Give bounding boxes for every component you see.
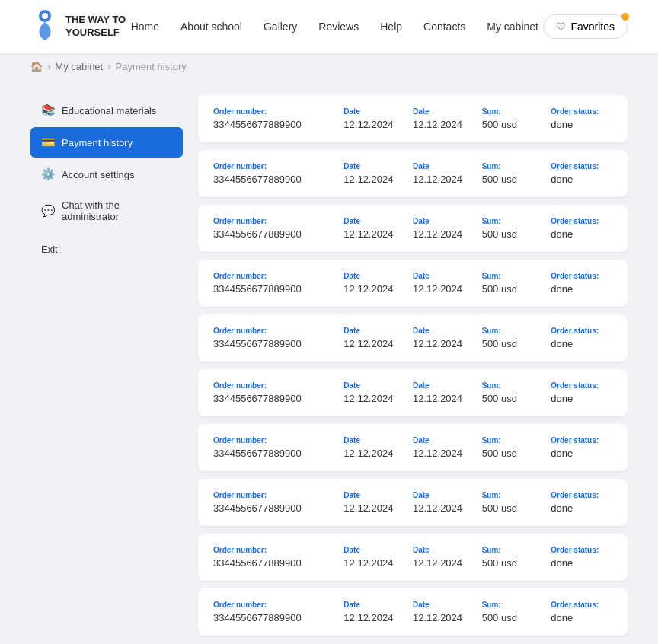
order-number-label: Order number:	[213, 436, 336, 445]
order-number: 3344556677889900	[213, 393, 336, 404]
date2-label: Date	[413, 601, 474, 609]
exit-link[interactable]: Exit	[30, 235, 183, 263]
date2: 12.12.2024	[413, 557, 474, 569]
date2: 12.12.2024	[413, 174, 474, 185]
payment-row: Order number: Date Date Sum: Order statu…	[198, 314, 628, 362]
order-status: done	[551, 228, 612, 240]
order-number-label: Order number:	[213, 381, 336, 390]
sum: 500 usd	[482, 228, 544, 240]
date1: 12.12.2024	[343, 448, 405, 459]
date1-label: Date	[343, 601, 405, 609]
sum-label: Sum:	[482, 601, 544, 609]
breadcrumb-my-cabinet[interactable]: My cabinet	[55, 61, 103, 72]
order-number: 3344556677889900	[213, 612, 336, 623]
main-nav: Home About school Gallery Reviews Help C…	[131, 21, 538, 33]
sum: 500 usd	[482, 338, 544, 349]
date1-label: Date	[343, 491, 405, 499]
sum-label: Sum:	[482, 546, 544, 554]
date1: 12.12.2024	[343, 502, 405, 514]
nav-about[interactable]: About school	[180, 21, 242, 33]
order-number: 3344556677889900	[213, 228, 336, 240]
sum-label: Sum:	[482, 327, 544, 335]
order-status: done	[551, 338, 612, 349]
date2: 12.12.2024	[413, 393, 474, 404]
settings-icon: ⚙️	[41, 167, 56, 181]
sum: 500 usd	[482, 612, 544, 623]
date1-label: Date	[343, 381, 405, 390]
date1: 12.12.2024	[343, 393, 405, 404]
date2: 12.12.2024	[413, 612, 474, 623]
nav-help[interactable]: Help	[380, 21, 402, 33]
status-label: Order status:	[551, 217, 612, 225]
favorites-label: Favorites	[570, 21, 615, 33]
date1: 12.12.2024	[343, 612, 405, 623]
nav-my-cabinet[interactable]: My cabinet	[487, 21, 538, 33]
breadcrumb-separator: ›	[47, 61, 50, 72]
date1-label: Date	[343, 107, 405, 116]
sum-label: Sum:	[482, 162, 544, 171]
order-number: 3344556677889900	[213, 557, 336, 569]
nav-gallery[interactable]: Gallery	[264, 21, 297, 33]
date2: 12.12.2024	[413, 228, 474, 240]
payment-row: Order number: Date Date Sum: Order statu…	[198, 479, 628, 526]
nav-reviews[interactable]: Reviews	[318, 21, 359, 33]
chat-icon: 💬	[41, 204, 56, 218]
date2-label: Date	[413, 381, 474, 390]
payment-row: Order number: Date Date Sum: Order statu…	[198, 150, 628, 197]
date1-label: Date	[343, 272, 405, 280]
status-label: Order status:	[551, 546, 612, 554]
sum-label: Sum:	[482, 436, 544, 445]
sum-label: Sum:	[482, 272, 544, 280]
order-number-label: Order number:	[213, 107, 336, 116]
sum: 500 usd	[482, 502, 544, 514]
date2-label: Date	[413, 217, 474, 225]
favorites-button[interactable]: ♡ Favorites	[543, 14, 628, 39]
nav-home[interactable]: Home	[131, 21, 159, 33]
status-label: Order status:	[551, 381, 612, 390]
favorites-dot	[621, 13, 629, 21]
order-status: done	[551, 448, 612, 459]
date1: 12.12.2024	[343, 174, 405, 185]
payment-row: Order number: Date Date Sum: Order statu…	[198, 205, 628, 252]
sidebar-item-account[interactable]: ⚙️ Account settings	[30, 159, 183, 190]
date1-label: Date	[343, 436, 405, 445]
payment-row: Order number: Date Date Sum: Order statu…	[198, 424, 628, 471]
order-number-label: Order number:	[213, 327, 336, 335]
sidebar-item-educational-label: Educational materials	[62, 105, 156, 116]
date2: 12.12.2024	[413, 502, 474, 514]
logo-text: THE WAY TO YOURSELF	[65, 14, 126, 40]
payment-area: Order number: Date Date Sum: Order statu…	[198, 95, 628, 643]
order-number-label: Order number:	[213, 272, 336, 280]
date2-label: Date	[413, 436, 474, 445]
date1: 12.12.2024	[343, 228, 405, 240]
order-status: done	[551, 393, 612, 404]
payment-row: Order number: Date Date Sum: Order statu…	[198, 588, 628, 636]
header: THE WAY TO YOURSELF Home About school Ga…	[0, 0, 658, 53]
sidebar-item-chat[interactable]: 💬 Chat with the administrator	[30, 191, 183, 231]
order-number: 3344556677889900	[213, 448, 336, 459]
sidebar-item-educational[interactable]: 📚 Educational materials	[30, 95, 183, 126]
status-label: Order status:	[551, 107, 612, 116]
order-status: done	[551, 174, 612, 185]
nav-contacts[interactable]: Contacts	[423, 21, 465, 33]
sidebar-item-payment[interactable]: 💳 Payment history	[30, 127, 183, 158]
sum-label: Sum:	[482, 381, 544, 390]
order-status: done	[551, 557, 612, 569]
date1-label: Date	[343, 217, 405, 225]
status-label: Order status:	[551, 601, 612, 609]
status-label: Order status:	[551, 162, 612, 171]
order-number-label: Order number:	[213, 546, 336, 554]
payment-row: Order number: Date Date Sum: Order statu…	[198, 534, 628, 581]
date1-label: Date	[343, 546, 405, 554]
payment-icon: 💳	[41, 135, 56, 149]
sum: 500 usd	[482, 283, 544, 295]
status-label: Order status:	[551, 436, 612, 445]
sum: 500 usd	[482, 557, 544, 569]
sum: 500 usd	[482, 448, 544, 459]
logo[interactable]: THE WAY TO YOURSELF	[30, 8, 126, 45]
order-number-label: Order number:	[213, 601, 336, 609]
date2-label: Date	[413, 107, 474, 116]
date2-label: Date	[413, 327, 474, 335]
sum: 500 usd	[482, 393, 544, 404]
date2: 12.12.2024	[413, 338, 474, 349]
